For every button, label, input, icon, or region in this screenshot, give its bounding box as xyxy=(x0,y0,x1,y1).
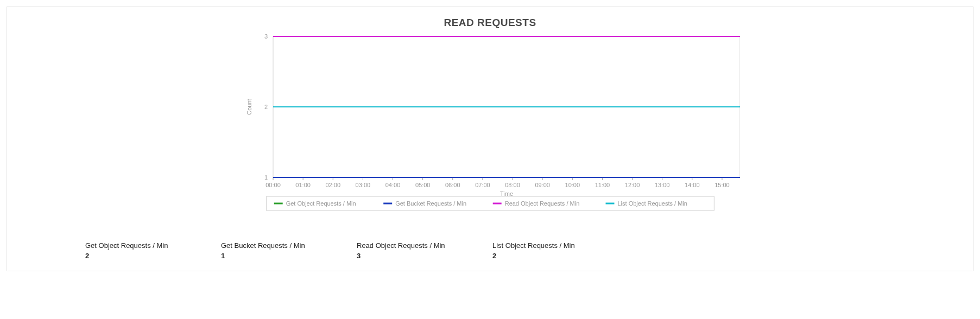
svg-text:15:00: 15:00 xyxy=(715,182,730,188)
svg-text:Time: Time xyxy=(500,190,513,197)
stat-value: 2 xyxy=(492,252,585,260)
read-requests-chart[interactable]: 12300:0001:0002:0003:0004:0005:0006:0007… xyxy=(241,31,740,226)
svg-text:Count: Count xyxy=(246,99,252,114)
svg-text:10:00: 10:00 xyxy=(565,182,580,188)
svg-text:1: 1 xyxy=(264,174,267,181)
stat-value: 2 xyxy=(85,252,178,260)
svg-text:Get Object Requests / Min: Get Object Requests / Min xyxy=(286,200,356,207)
svg-text:07:00: 07:00 xyxy=(475,182,490,188)
stat-read-object: Read Object Requests / Min 3 xyxy=(357,241,449,260)
svg-text:11:00: 11:00 xyxy=(595,182,610,188)
stat-label: List Object Requests / Min xyxy=(492,241,585,250)
svg-text:00:00: 00:00 xyxy=(265,182,281,188)
svg-text:14:00: 14:00 xyxy=(685,182,700,188)
svg-text:02:00: 02:00 xyxy=(325,182,340,188)
summary-stats-row: Get Object Requests / Min 2 Get Bucket R… xyxy=(20,241,960,260)
svg-text:04:00: 04:00 xyxy=(385,182,400,188)
chart-title: READ REQUESTS xyxy=(20,17,960,29)
stat-label: Read Object Requests / Min xyxy=(357,241,449,250)
svg-text:01:00: 01:00 xyxy=(295,182,311,188)
svg-text:12:00: 12:00 xyxy=(624,182,640,188)
stat-label: Get Bucket Requests / Min xyxy=(221,241,313,250)
read-requests-panel: READ REQUESTS 12300:0001:0002:0003:0004:… xyxy=(7,7,973,271)
stat-list-object: List Object Requests / Min 2 xyxy=(492,241,585,260)
svg-text:13:00: 13:00 xyxy=(654,182,669,188)
svg-text:Get Bucket Requests / Min: Get Bucket Requests / Min xyxy=(395,200,466,207)
svg-text:3: 3 xyxy=(264,33,267,40)
svg-text:Read Object Requests / Min: Read Object Requests / Min xyxy=(504,200,579,207)
stat-label: Get Object Requests / Min xyxy=(85,241,178,250)
svg-text:2: 2 xyxy=(264,104,267,110)
stat-value: 1 xyxy=(221,252,313,260)
svg-text:05:00: 05:00 xyxy=(415,182,430,188)
svg-text:List Object Requests / Min: List Object Requests / Min xyxy=(617,200,687,207)
stat-value: 3 xyxy=(357,252,449,260)
svg-text:09:00: 09:00 xyxy=(535,182,550,188)
stat-get-bucket: Get Bucket Requests / Min 1 xyxy=(221,241,313,260)
svg-text:03:00: 03:00 xyxy=(355,182,370,188)
svg-text:08:00: 08:00 xyxy=(505,182,520,188)
stat-get-object: Get Object Requests / Min 2 xyxy=(85,241,178,260)
svg-text:06:00: 06:00 xyxy=(445,182,460,188)
